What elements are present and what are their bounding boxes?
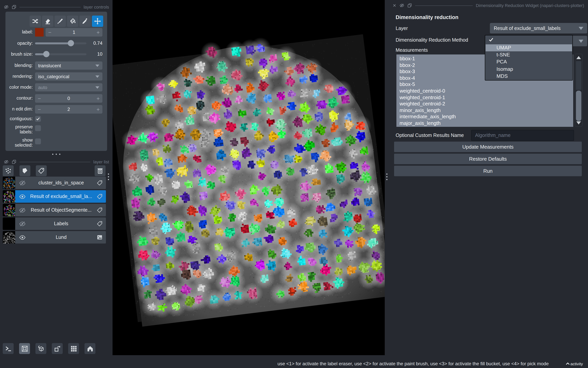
activity-button[interactable]: activity [565,361,583,366]
blending-dropdown[interactable]: translucent [35,62,102,70]
layer-name[interactable]: Result of ObjectSegmente... [26,207,96,213]
titlebar-divider [415,5,473,6]
pan-zoom-button[interactable] [92,16,103,27]
layer-controls-titlebar: layer controls [4,2,109,12]
layer-controls-panel: label: − 1 + opacity: [5,12,107,151]
hide-dock-icon[interactable] [4,5,9,9]
run-button[interactable]: Run [394,166,582,176]
layer-thumbnail [3,217,15,230]
new-points-layer-button[interactable] [3,165,14,176]
eye-hidden-icon[interactable] [19,180,26,186]
hide-dock-icon[interactable] [4,159,9,164]
layer-name[interactable]: Lund [26,235,96,240]
dock-drag-handle[interactable] [386,174,388,180]
layer-select-dropdown[interactable]: Result of exclude_small_labels [490,23,587,33]
eraser-button[interactable] [42,16,53,27]
brush-size-slider[interactable] [35,51,86,58]
ndisplay-toggle-button[interactable] [19,343,30,354]
opacity-slider[interactable] [35,40,86,47]
scroll-down-icon[interactable] [576,121,581,124]
contour-spinbox[interactable]: − 0 + [35,94,102,103]
scrollbar-thumb[interactable] [576,91,581,121]
preserve-labels-checkbox[interactable] [35,125,41,131]
method-option-pca[interactable]: PCA [486,59,572,65]
section-heading: Dimensionality reduction [396,14,458,20]
measurement-item[interactable]: minor_axis_length [399,107,573,114]
label-decrement[interactable]: − [46,29,54,35]
color-picker-button[interactable] [79,16,91,27]
method-option-t-sne[interactable]: t-SNE [486,51,572,58]
opacity-slider-handle[interactable] [68,40,74,46]
image-canvas[interactable] [113,0,385,355]
layer-name[interactable]: Result of exclude_small_la... [26,194,96,199]
measurement-item[interactable]: weighted_centroid-1 [399,94,573,101]
measurements-scrollbar[interactable] [575,54,583,127]
contour-value[interactable]: 0 [44,96,94,101]
eye-hidden-icon[interactable] [19,207,26,213]
dock-drag-handle[interactable] [108,174,109,180]
delete-layer-button[interactable] [95,165,105,176]
grid-view-button[interactable] [68,343,79,354]
show-selected-checkbox[interactable] [35,138,41,144]
layer-row-4[interactable]: Labels [3,217,106,230]
selected-check-icon [488,37,494,42]
rendering-dropdown[interactable]: iso_categorical [35,72,102,81]
layer-row-2[interactable]: Result of exclude_small_la... [3,190,106,203]
contiguous-label: contiguous: [5,116,33,121]
layer-row-3[interactable]: Result of ObjectSegmente... [3,204,106,216]
console-button[interactable] [3,343,14,354]
scroll-up-icon[interactable] [576,56,581,59]
measurement-item[interactable]: intermediate_axis_length [399,114,573,120]
method-option-isomap[interactable]: Isomap [486,65,572,73]
n-edit-dim-spinbox[interactable]: − 2 + [35,105,102,114]
eye-visible-icon[interactable] [19,193,26,200]
method-option-umap[interactable]: UMAP [486,44,572,51]
method-select-label: Dimensionality Reduction Method [396,37,468,43]
eye-visible-icon[interactable] [19,234,26,241]
layer-row-1[interactable]: cluster_ids_in_space [3,177,106,189]
n-edit-dim-value[interactable]: 2 [44,107,94,112]
color-mode-dropdown[interactable]: auto [35,83,102,92]
measurement-item[interactable]: major_axis_length [399,120,573,127]
eye-hidden-icon[interactable] [19,220,26,227]
contour-decrement[interactable]: − [35,95,44,101]
measurement-item[interactable]: bbox-5 [399,82,573,88]
label-color-swatch[interactable] [35,28,44,37]
widget-title: Dimensionality Reduction Widget (napari-… [476,3,584,8]
roll-dimensions-button[interactable] [35,343,46,354]
transpose-dimensions-button[interactable] [52,343,63,354]
contiguous-checkbox[interactable] [35,116,41,122]
shuffle-colors-button[interactable] [29,16,41,27]
layer-name[interactable]: Labels [26,221,96,226]
restore-defaults-button[interactable]: Restore Defaults [394,154,582,164]
layer-controls-dock: layer controls label: − 1 + [0,0,113,368]
widget-titlebar: Dimensionality Reduction Widget (napari-… [392,1,584,10]
label-spinbox[interactable]: − 1 + [46,28,102,37]
brush-size-slider-handle[interactable] [43,51,49,57]
float-dock-icon[interactable] [12,159,16,164]
label-value[interactable]: 1 [54,29,94,35]
close-icon[interactable] [392,3,396,7]
layer-row-5[interactable]: Lund [3,231,106,244]
layer-thumbnail [3,231,15,244]
method-option-mds[interactable]: MDS [486,73,572,80]
layer-name[interactable]: cluster_ids_in_space [26,180,96,185]
new-labels-layer-button[interactable] [36,165,47,176]
n-edit-dim-decrement[interactable]: − [35,106,44,112]
dock-resize-handle[interactable] [0,154,113,155]
float-dock-icon[interactable] [407,3,412,8]
measurement-item[interactable]: weighted_centroid-2 [399,101,573,107]
new-shapes-layer-button[interactable] [19,165,30,176]
fill-bucket-button[interactable] [67,16,78,27]
results-name-input[interactable] [471,130,574,141]
viewer-canvas-area[interactable] [113,0,385,355]
label-increment[interactable]: + [94,29,102,35]
float-dock-icon[interactable] [12,5,16,9]
measurement-item[interactable]: weighted_centroid-0 [399,88,573,94]
update-measurements-button[interactable]: Update Measurements [394,142,582,152]
hide-dock-icon[interactable] [399,3,404,8]
n-edit-dim-increment[interactable]: + [94,106,102,112]
contour-increment[interactable]: + [94,95,102,101]
home-reset-view-button[interactable] [85,343,95,354]
paint-brush-button[interactable] [55,16,66,27]
